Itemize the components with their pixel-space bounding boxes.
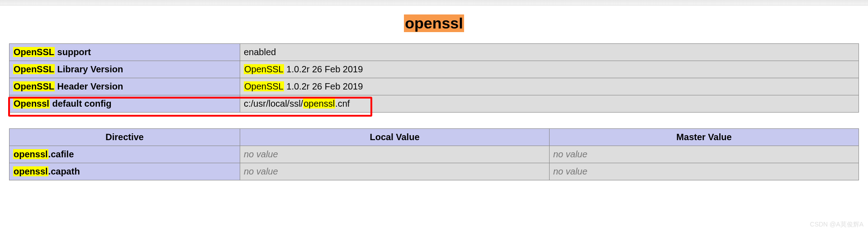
value-text: .cnf [335,99,350,108]
master-value: no value [550,146,859,163]
value-text: 1.0.2r 26 Feb 2019 [284,81,363,91]
table-row: openssl.capath no value no value [9,163,859,180]
novalue-text: no value [553,149,588,159]
info-value: c:/usr/local/ssl/openssl.cnf [240,95,859,113]
highlight-text: OpenSSL [244,64,284,74]
novalue-text: no value [244,149,278,159]
local-value: no value [240,163,550,180]
label-text: default config [50,99,112,108]
label-text: Header Version [55,81,123,91]
name-text: .cafile [48,149,74,159]
table-row: OpenSSL support enabled [9,44,859,61]
value-text: enabled [244,47,276,57]
section-header: openssl [0,14,868,32]
highlight-text: OpenSSL [13,81,55,91]
highlight-text: openssl [13,166,48,176]
novalue-text: no value [553,166,588,176]
highlight-text: OpenSSL [13,47,55,57]
top-bar [0,0,868,5]
table-header-row: Directive Local Value Master Value [9,129,859,146]
info-label: OpenSSL Header Version [9,78,240,95]
highlight-text: Openssl [13,99,50,108]
info-value: enabled [240,44,859,61]
info-label: Openssl default config [9,95,240,113]
info-value: OpenSSL 1.0.2r 26 Feb 2019 [240,61,859,78]
table-row: OpenSSL Library Version OpenSSL 1.0.2r 2… [9,61,859,78]
directive-name: openssl.capath [9,163,240,180]
local-value: no value [240,146,550,163]
col-header-local: Local Value [240,129,550,146]
col-header-master: Master Value [550,129,859,146]
info-label: OpenSSL Library Version [9,61,240,78]
novalue-text: no value [244,166,278,176]
watermark: CSDN @A莫俊辉A [810,221,863,229]
master-value: no value [550,163,859,180]
openssl-info-table: OpenSSL support enabled OpenSSL Library … [9,43,859,113]
openssl-settings-table: Directive Local Value Master Value opens… [9,128,859,180]
content-area: OpenSSL support enabled OpenSSL Library … [0,43,868,180]
table-row: OpenSSL Header Version OpenSSL 1.0.2r 26… [9,78,859,95]
directive-name: openssl.cafile [9,146,240,163]
name-text: .capath [48,166,80,176]
highlight-text: openssl [13,149,48,159]
table-row: openssl.cafile no value no value [9,146,859,163]
label-text: Library Version [55,64,123,74]
info-value: OpenSSL 1.0.2r 26 Feb 2019 [240,78,859,95]
info-label: OpenSSL support [9,44,240,61]
section-title: openssl [404,14,464,32]
value-prefix: c:/usr/local/ssl/ [244,99,303,108]
table-row: Openssl default config c:/usr/local/ssl/… [9,95,859,113]
highlight-text: OpenSSL [13,64,55,74]
col-header-directive: Directive [9,129,240,146]
highlight-text: openssl [303,99,335,108]
highlight-text: OpenSSL [244,81,284,91]
info-table-wrap: OpenSSL support enabled OpenSSL Library … [9,43,859,113]
label-text: support [55,47,91,57]
value-text: 1.0.2r 26 Feb 2019 [284,64,363,74]
